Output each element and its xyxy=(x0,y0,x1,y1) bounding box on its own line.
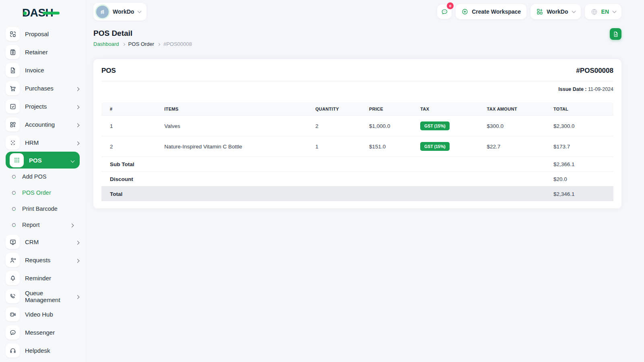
card-header: POS #POS00008 xyxy=(101,59,613,81)
sidebar-subitem-add-pos[interactable]: Add POS xyxy=(0,169,85,185)
sidebar-subitem-pos-order[interactable]: POS Order xyxy=(0,185,85,201)
chevron-down-icon xyxy=(138,9,142,13)
globe-icon xyxy=(590,8,598,16)
retainer-icon xyxy=(6,45,20,59)
card-title: POS xyxy=(101,67,116,75)
app-menu-label: WorkDo xyxy=(547,8,568,15)
app-menu-button[interactable]: WorkDo xyxy=(530,4,580,19)
sidebar-item-requests[interactable]: Requests xyxy=(0,251,85,269)
workspace-avatar xyxy=(96,6,109,18)
col-quantity: QUANTITY xyxy=(312,103,365,116)
chevron-right-icon xyxy=(76,139,79,146)
sidebar-item-invoice[interactable]: Invoice xyxy=(0,61,85,79)
sidebar-item-label: Retainer xyxy=(25,49,48,56)
sidebar-item-helpdesk[interactable]: Helpdesk xyxy=(0,341,85,360)
sidebar-item-label: Purchases xyxy=(25,85,54,92)
sidebar-item-label: CRM xyxy=(25,239,39,245)
cell-tax-amount: $22.7 xyxy=(483,136,549,157)
sidebar-item-accounting[interactable]: Accounting xyxy=(0,115,85,134)
cell-tax: GST (15%) xyxy=(416,136,483,157)
sidebar-menu: Proposal Retainer Invoice Purchases xyxy=(0,25,85,360)
language-selector[interactable]: EN xyxy=(585,4,621,19)
subtotal-label: Sub Total xyxy=(101,157,549,172)
sidebar-subitem-label: Print Barcode xyxy=(22,206,58,212)
sidebar-item-label: Video Hub xyxy=(25,311,53,318)
discount-label: Discount xyxy=(101,172,549,187)
cell-quantity: 2 xyxy=(312,116,365,136)
headset-icon xyxy=(6,343,20,358)
video-icon xyxy=(6,307,20,321)
subtotal-value: $2,366.1 xyxy=(549,157,613,172)
page-header: POS Detail Dashboard POS Order #POS00008 xyxy=(93,29,621,47)
logo-accent-dot xyxy=(23,12,27,15)
sidebar-item-hrm[interactable]: HRM xyxy=(0,134,85,152)
language-label: EN xyxy=(601,8,609,15)
sidebar-item-projects[interactable]: Projects xyxy=(0,97,85,115)
grid-plus-icon xyxy=(536,8,543,15)
sidebar-item-messenger[interactable]: Messenger xyxy=(0,323,85,341)
chevron-right-icon xyxy=(122,43,125,45)
sidebar-item-retainer[interactable]: Retainer xyxy=(0,43,85,61)
sidebar-subitem-report[interactable]: Report xyxy=(0,217,85,233)
total-label: Total xyxy=(101,187,549,202)
breadcrumb-dashboard[interactable]: Dashboard xyxy=(93,41,119,47)
cell-quantity: 1 xyxy=(312,136,365,157)
workspace-name: WorkDo xyxy=(113,8,134,15)
col-total: TOTAL xyxy=(549,103,613,116)
sidebar-item-label: Invoice xyxy=(25,67,44,74)
cell-number: 1 xyxy=(101,116,160,136)
sidebar-item-label: POS xyxy=(29,157,42,164)
col-items: ITEMS xyxy=(160,103,311,116)
sidebar-item-crm[interactable]: CRM xyxy=(0,233,85,251)
pos-items-table: # ITEMS QUANTITY PRICE TAX TAX AMOUNT TO… xyxy=(101,103,613,201)
sidebar-item-queue-management[interactable]: Queue Management xyxy=(0,287,85,305)
logo-accent-bar xyxy=(43,12,60,14)
dash-logo[interactable]: DASH xyxy=(22,6,53,19)
chevron-right-icon xyxy=(76,121,79,128)
issue-date-value: 11-09-2024 xyxy=(588,86,613,92)
file-export-icon xyxy=(613,31,619,37)
cart-icon xyxy=(6,81,20,95)
export-pos-button[interactable] xyxy=(610,28,621,40)
pos-number: #POS00008 xyxy=(576,67,613,75)
sidebar-item-reminder[interactable]: Reminder xyxy=(0,269,85,287)
create-workspace-button[interactable]: Create Workspace xyxy=(456,4,526,19)
discount-row: Discount $20.0 xyxy=(101,172,613,187)
tax-badge: GST (15%) xyxy=(420,121,450,130)
chevron-right-icon xyxy=(70,222,73,228)
col-tax: TAX xyxy=(416,103,483,116)
chevron-right-icon xyxy=(76,293,79,300)
tax-badge: GST (15%) xyxy=(420,142,450,151)
col-number: # xyxy=(101,103,160,116)
sidebar-item-label: Queue Management xyxy=(25,290,76,303)
cell-item: Nature-Inspired Vitamin C Bottle xyxy=(160,136,311,157)
sidebar-item-purchases[interactable]: Purchases xyxy=(0,79,85,97)
subtotal-row: Sub Total $2,366.1 xyxy=(101,157,613,172)
sidebar-subitem-print-barcode[interactable]: Print Barcode xyxy=(0,201,85,217)
user-plus-icon xyxy=(6,253,20,267)
proposal-icon xyxy=(6,27,20,41)
cell-price: $1,000.0 xyxy=(365,116,416,136)
invoice-icon xyxy=(6,63,20,77)
breadcrumb-pos-order[interactable]: POS Order xyxy=(128,41,154,47)
sidebar-item-label: Projects xyxy=(25,103,47,110)
target-icon xyxy=(6,136,20,150)
sidebar-item-proposal[interactable]: Proposal xyxy=(0,25,85,43)
cell-tax: GST (15%) xyxy=(416,116,483,136)
sidebar-item-video-hub[interactable]: Video Hub xyxy=(0,305,85,323)
messages-button[interactable]: 0 xyxy=(437,4,452,19)
sidebar-item-label: Reminder xyxy=(25,275,51,282)
cell-tax-amount: $300.0 xyxy=(483,116,549,136)
sidebar-item-pos[interactable]: POS xyxy=(6,152,80,169)
sidebar-item-label: Helpdesk xyxy=(25,347,50,354)
cell-total: $173.7 xyxy=(549,136,613,157)
create-workspace-label: Create Workspace xyxy=(472,8,521,15)
topbar-actions: 0 Create Workspace WorkDo EN xyxy=(437,4,621,19)
messages-badge: 0 xyxy=(447,2,454,9)
workspace-switcher[interactable]: WorkDo xyxy=(93,3,147,21)
sidebar-subitem-label: POS Order xyxy=(22,189,51,196)
issue-date-row: Issue Date : 11-09-2024 xyxy=(101,86,613,92)
chevron-right-icon xyxy=(76,257,79,264)
sidebar: DASH Proposal Retainer Invoice Pur xyxy=(0,0,85,362)
pos-detail-card: POS #POS00008 Issue Date : 11-09-2024 # … xyxy=(93,59,621,208)
